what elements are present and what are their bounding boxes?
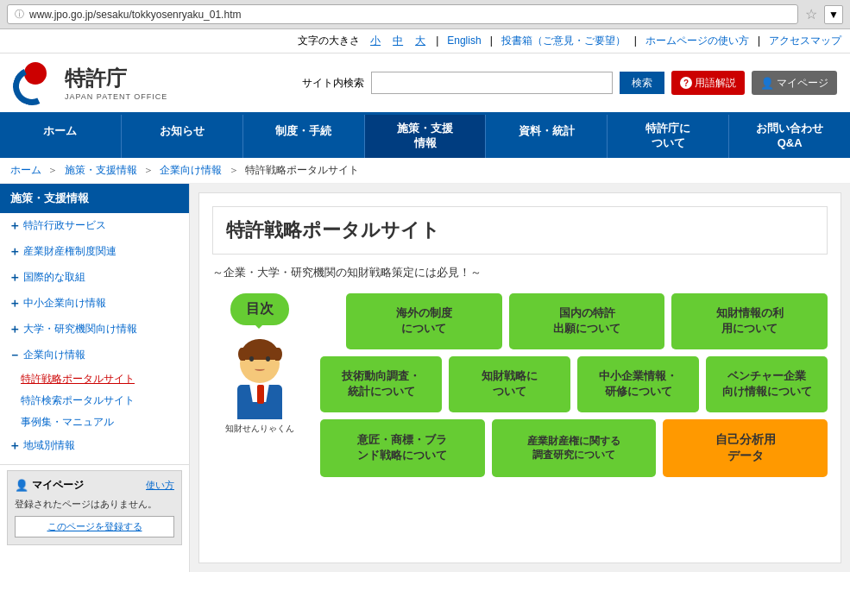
plus-icon-6: ＋: [9, 438, 21, 454]
char-tie: [257, 385, 264, 404]
search-label: サイト内検索: [302, 76, 364, 91]
kigyo-link[interactable]: 企業向け情報: [23, 348, 85, 362]
mypage-header-label: マイページ: [777, 76, 828, 91]
sidebar-item-chusho[interactable]: ＋ 中小企業向け情報: [0, 291, 189, 317]
patent-admin-link[interactable]: 特許行政サービス: [23, 218, 106, 233]
grid-btn-gijutsu[interactable]: 技術動向調査・統計について: [320, 356, 442, 412]
grid-row-2: 技術動向調査・統計について 知財戦略について 中小企業情報・研修について ベンチ…: [320, 356, 828, 412]
char-hair-left: [238, 348, 245, 361]
character-label: 知財せんりゃくん: [225, 423, 294, 435]
sangyo-link[interactable]: 産業財産権制度関連: [23, 244, 116, 259]
sidebar-item-patent-admin[interactable]: ＋ 特許行政サービス: [0, 213, 189, 239]
minus-icon: －: [9, 348, 21, 363]
grid-btn-isho[interactable]: 意匠・商標・ブランド戦略について: [320, 419, 485, 477]
grid-btn-chizai-senryaku[interactable]: 知財戦略について: [449, 356, 570, 412]
char-hair: [240, 339, 280, 360]
sidebar-item-kokusai[interactable]: ＋ 国際的な取組: [0, 265, 189, 291]
register-page-button[interactable]: このページを登録する: [15, 516, 174, 537]
search-button[interactable]: 検索: [620, 72, 664, 94]
yougo-label: 用語解説: [695, 76, 736, 91]
plus-icon-2: ＋: [9, 244, 21, 260]
char-eye-left: [249, 356, 254, 361]
plus-icon-4: ＋: [9, 296, 21, 311]
grid-btn-jiko-bunseki[interactable]: 自己分析用データ: [663, 419, 828, 477]
grid-btn-kaigai[interactable]: 海外の制度について: [346, 293, 502, 349]
download-icon[interactable]: ▼: [824, 5, 843, 24]
nav-about[interactable]: 特許庁について: [608, 115, 729, 158]
breadcrumb-home[interactable]: ホーム: [10, 164, 41, 176]
char-hair-right: [275, 348, 282, 361]
breadcrumb-sep2: ＞: [143, 164, 154, 176]
jirei-link[interactable]: 事例集・マニュアル: [21, 416, 114, 428]
mypage-usage-link[interactable]: 使い方: [146, 479, 174, 492]
sidebar-item-chiiki[interactable]: ＋ 地域別情報: [0, 433, 189, 459]
grid-row-3: 意匠・商標・ブランド戦略について 産業財産権に関する調査研究について 自己分析用…: [320, 419, 828, 477]
nav-data[interactable]: 資料・統計: [486, 115, 608, 158]
address-text: www.jpo.go.jp/sesaku/tokkyosenryaku_01.h…: [29, 9, 241, 21]
sidebar-item-kigyo[interactable]: － 企業向け情報: [0, 343, 189, 368]
mypage-box-header: 👤 マイページ 使い方: [15, 478, 174, 493]
grid-btn-kokunai[interactable]: 国内の特許出願について: [509, 293, 665, 349]
browser-chrome: ⓘ www.jpo.go.jp/sesaku/tokkyosenryaku_01…: [0, 0, 850, 29]
utility-nav: 文字の大きさ 小 中 大 | English | 投書箱（ご意見・ご要望） | …: [0, 29, 850, 53]
logo-text-area: 特許庁 JAPAN PATENT OFFICE: [65, 65, 167, 101]
mypage-header-button[interactable]: 👤 マイページ: [752, 71, 837, 95]
sidebar-sub-tokkyosenryaku[interactable]: 特許戦略ポータルサイト: [0, 368, 189, 390]
chiiki-link[interactable]: 地域別情報: [23, 438, 75, 453]
plus-icon-1: ＋: [9, 218, 21, 234]
logo-name: 特許庁: [65, 65, 167, 92]
logo-subtitle: JAPAN PATENT OFFICE: [65, 92, 167, 101]
person-icon: 👤: [760, 77, 774, 90]
logo-area: 特許庁 JAPAN PATENT OFFICE: [13, 60, 177, 105]
toc-section: 目次: [212, 293, 828, 484]
tokkyokensaku-link[interactable]: 特許検索ポータルサイト: [21, 394, 135, 406]
page-title: 特許戦略ポータルサイト: [226, 217, 814, 243]
font-large-btn[interactable]: 大: [415, 35, 425, 47]
nav-system[interactable]: 制度・手続: [243, 115, 365, 158]
sidebar-sub-tokkyokensaku[interactable]: 特許検索ポータルサイト: [0, 390, 189, 412]
grid-area: 海外の制度について 国内の特許出願について 知財情報の利用について 技術動向調査…: [320, 293, 828, 484]
sidebar: 施策・支援情報 ＋ 特許行政サービス ＋ 産業財産権制度関連 ＋ 国際的な取組 …: [0, 184, 190, 572]
font-size-label: 文字の大きさ: [298, 35, 360, 47]
tokkyosenryaku-link[interactable]: 特許戦略ポータルサイト: [21, 373, 135, 385]
site-header: 特許庁 JAPAN PATENT OFFICE サイト内検索 検索 ? 用語解説…: [0, 53, 850, 115]
bubble-tail: [252, 322, 266, 336]
sidebar-title: 施策・支援情報: [0, 184, 189, 213]
yougo-button[interactable]: ? 用語解説: [671, 71, 745, 95]
nav-home[interactable]: ホーム: [0, 115, 122, 158]
grid-row-1: 海外の制度について 国内の特許出願について 知財情報の利用について: [346, 293, 828, 349]
logo-graphic: [13, 60, 58, 105]
breadcrumb-company[interactable]: 企業向け情報: [160, 164, 222, 176]
grid-btn-chizai-info[interactable]: 知財情報の利用について: [671, 293, 828, 349]
daigaku-link[interactable]: 大学・研究機関向け情報: [23, 322, 137, 336]
font-medium-btn[interactable]: 中: [393, 35, 403, 47]
sidebar-sub-jirei[interactable]: 事例集・マニュアル: [0, 412, 189, 433]
english-link[interactable]: English: [447, 35, 481, 47]
grid-btn-sangyo-chosa[interactable]: 産業財産権に関する調査研究について: [492, 419, 657, 477]
nav-contact[interactable]: お問い合わせQ&A: [729, 115, 850, 158]
mypage-person-icon: 👤: [15, 479, 28, 492]
mypage-box: 👤 マイページ 使い方 登録されたページはありません。 このページを登録する: [7, 470, 182, 545]
nav-news[interactable]: お知らせ: [122, 115, 243, 158]
sidebar-item-daigaku[interactable]: ＋ 大学・研究機関向け情報: [0, 317, 189, 343]
chusho-link[interactable]: 中小企業向け情報: [23, 296, 106, 311]
grid-btn-venture[interactable]: ベンチャー企業向け情報について: [706, 356, 828, 412]
content-wrapper: 施策・支援情報 ＋ 特許行政サービス ＋ 産業財産権制度関連 ＋ 国際的な取組 …: [0, 184, 850, 572]
access-map-link[interactable]: アクセスマップ: [769, 35, 841, 47]
font-small-btn[interactable]: 小: [370, 35, 381, 47]
grid-btn-chusho-kenshu[interactable]: 中小企業情報・研修について: [577, 356, 699, 412]
breadcrumb-policy[interactable]: 施策・支援情報: [65, 164, 137, 176]
sidebar-item-sangyo[interactable]: ＋ 産業財産権制度関連: [0, 239, 189, 265]
kokusai-link[interactable]: 国際的な取組: [23, 270, 85, 285]
search-input[interactable]: [371, 72, 613, 94]
mypage-box-title: 👤 マイページ: [15, 478, 84, 493]
page-subtitle: ～企業・大学・研究機関の知財戦略策定には必見！～: [212, 265, 828, 280]
sidebar-divider: [0, 464, 189, 465]
toushobako-link[interactable]: 投書箱（ご意見・ご要望）: [501, 35, 626, 47]
nav-policy[interactable]: 施策・支援情報: [365, 115, 487, 158]
logo-blue-arc: [8, 62, 56, 110]
breadcrumb-current: 特許戦略ポータルサイト: [245, 164, 359, 176]
homepage-usage-link[interactable]: ホームページの使い方: [645, 35, 749, 47]
address-bar[interactable]: ⓘ www.jpo.go.jp/sesaku/tokkyosenryaku_01…: [7, 4, 798, 24]
star-icon[interactable]: ☆: [805, 6, 817, 22]
